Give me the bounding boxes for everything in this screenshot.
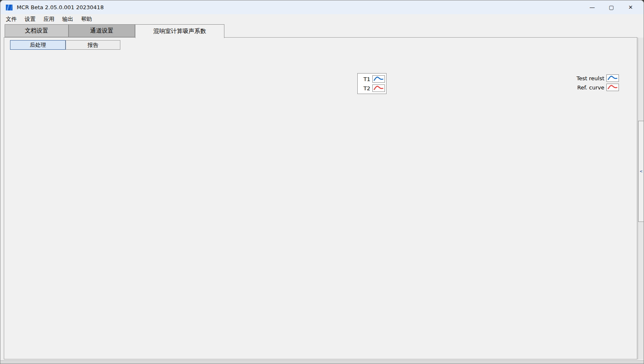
subtab-report[interactable]: 报告	[66, 40, 120, 50]
content-frame	[4, 37, 637, 359]
menu-item-output[interactable]: 输出	[61, 15, 74, 24]
menu-item-file[interactable]: 文件	[5, 15, 18, 24]
close-button[interactable]: ✕	[621, 0, 640, 14]
splitter-collapse-button[interactable]: <	[638, 121, 644, 222]
menu-bar: 文件设置应用输出帮助	[0, 14, 644, 24]
legend-entry: Ref. curve	[576, 83, 619, 92]
minimize-button[interactable]: —	[583, 0, 602, 14]
legend-entry: T1	[359, 74, 385, 84]
menu-item-help[interactable]: 帮助	[80, 15, 93, 24]
subtab-postprocess[interactable]: 后处理	[10, 40, 66, 50]
tab-reverb-absorption[interactable]: 混响室计算吸声系数	[135, 24, 224, 38]
curve-icon	[606, 84, 619, 91]
legend-label: Test reulst	[576, 75, 604, 81]
window-title: MCR Beta 2.05.0.001 20230418	[17, 4, 104, 10]
collapse-left-icon: <	[639, 169, 643, 173]
app-window: MCR Beta 2.05.0.001 20230418 — ▢ ✕ 文件设置应…	[0, 0, 644, 364]
grade-chart-legend: Test reulstRef. curve	[576, 74, 619, 92]
rt-chart-legend: T1T2	[357, 73, 387, 94]
curve-icon	[372, 75, 385, 83]
title-bar: MCR Beta 2.05.0.001 20230418 — ▢ ✕	[0, 0, 644, 14]
legend-entry: T2	[359, 84, 385, 93]
legend-label: Ref. curve	[577, 84, 604, 91]
app-icon	[5, 4, 13, 11]
maximize-button[interactable]: ▢	[602, 0, 621, 14]
menu-item-application[interactable]: 应用	[42, 15, 56, 24]
curve-icon	[606, 74, 619, 82]
menu-item-settings[interactable]: 设置	[23, 15, 37, 24]
legend-label: T1	[364, 76, 370, 82]
legend-entry: Test reulst	[576, 74, 619, 83]
tab-channel-settings[interactable]: 通道设置	[69, 24, 135, 37]
curve-icon	[372, 84, 385, 92]
tab-document-settings[interactable]: 文档设置	[5, 24, 69, 37]
legend-label: T2	[364, 85, 370, 92]
